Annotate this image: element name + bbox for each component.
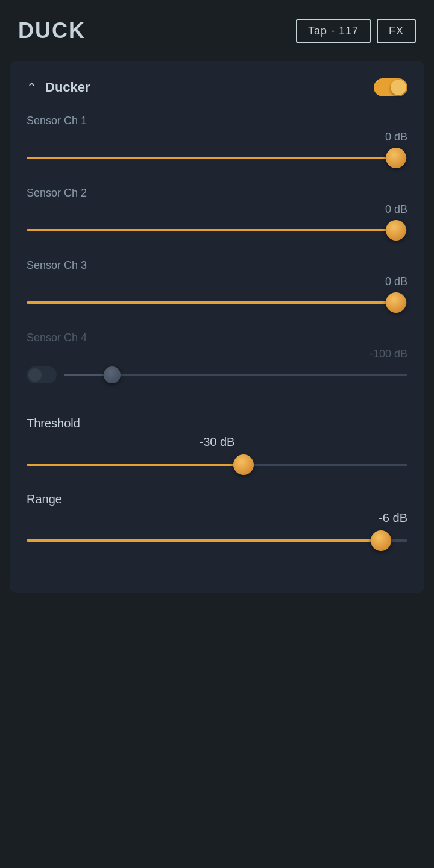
range-slider[interactable] <box>27 530 407 552</box>
channel-1-thumb[interactable] <box>386 148 406 168</box>
threshold-block: Threshold -30 dB <box>27 417 407 476</box>
separator-1 <box>27 404 407 404</box>
range-value: -6 dB <box>27 511 407 525</box>
ducker-toggle[interactable] <box>374 78 407 96</box>
section-header: ⌃ Ducker <box>27 78 407 96</box>
channel-4-thumb[interactable] <box>104 366 121 383</box>
channel-2-value: 0 dB <box>27 203 407 216</box>
chevron-up-icon: ⌃ <box>27 80 37 95</box>
threshold-value: -30 dB <box>27 435 407 449</box>
threshold-thumb[interactable] <box>233 454 254 475</box>
channel-3-fill <box>27 301 396 304</box>
channel-3-thumb[interactable] <box>386 292 406 313</box>
threshold-label: Threshold <box>27 417 407 430</box>
channel-1-label: Sensor Ch 1 <box>27 115 407 127</box>
main-panel: ⌃ Ducker Sensor Ch 1 0 dB Sensor Ch 2 0 … <box>10 61 424 593</box>
channel-2-slider[interactable] <box>27 219 407 241</box>
channel-4-row <box>27 364 407 386</box>
top-buttons: Tap - 117 FX <box>296 19 416 43</box>
channel-3-block: Sensor Ch 3 0 dB <box>27 259 407 313</box>
channel-3-value: 0 dB <box>27 275 407 288</box>
app-title: DUCK <box>18 18 86 43</box>
channel-2-fill <box>27 229 396 231</box>
section-title: Ducker <box>45 80 90 95</box>
channel-4-slider[interactable] <box>64 364 407 386</box>
channel-3-label: Sensor Ch 3 <box>27 259 407 272</box>
channel-3-slider[interactable] <box>27 292 407 313</box>
tap-button[interactable]: Tap - 117 <box>296 19 371 43</box>
channel-1-block: Sensor Ch 1 0 dB <box>27 115 407 169</box>
channel-4-enable-toggle[interactable] <box>27 366 57 383</box>
channel-4-label: Sensor Ch 4 <box>27 332 407 344</box>
threshold-slider[interactable] <box>27 454 407 476</box>
range-label: Range <box>27 492 407 506</box>
channel-2-block: Sensor Ch 2 0 dB <box>27 187 407 241</box>
channel-4-block: Sensor Ch 4 -100 dB <box>27 332 407 386</box>
channel-1-slider[interactable] <box>27 147 407 169</box>
toggle-thumb <box>391 80 406 95</box>
channel-2-label: Sensor Ch 2 <box>27 187 407 200</box>
section-header-left: ⌃ Ducker <box>27 80 90 95</box>
range-thumb[interactable] <box>371 530 391 551</box>
channel-4-toggle-thumb <box>28 368 42 382</box>
fx-button[interactable]: FX <box>377 19 416 43</box>
channel-2-thumb[interactable] <box>386 220 406 241</box>
channel-1-value: 0 dB <box>27 131 407 143</box>
range-block: Range -6 dB <box>27 492 407 552</box>
range-fill <box>27 539 381 542</box>
channel-4-value: -100 dB <box>27 348 407 360</box>
threshold-fill <box>27 464 244 466</box>
channel-1-fill <box>27 157 396 159</box>
top-bar: DUCK Tap - 117 FX <box>0 0 434 55</box>
